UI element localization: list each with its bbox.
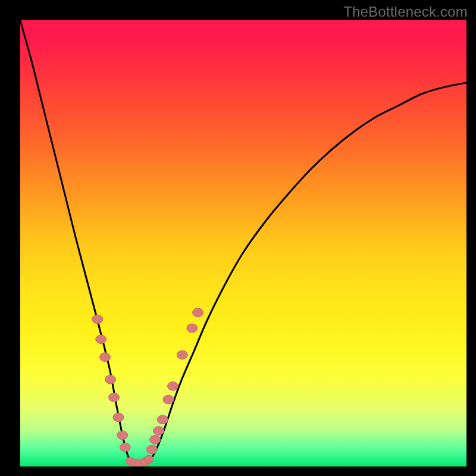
curve-marker-right	[163, 395, 174, 404]
curve-marker-right	[157, 415, 168, 424]
curve-marker-left	[105, 375, 116, 384]
watermark-text: TheBottleneck.com	[343, 4, 468, 20]
curve-marker-left	[117, 431, 128, 440]
chart-frame: TheBottleneck.com	[0, 0, 476, 476]
curve-marker-bottom	[144, 455, 154, 463]
curve-marker-left	[92, 315, 103, 324]
curve-marker-left	[113, 413, 124, 422]
curve-marker-right	[187, 324, 198, 333]
curve-marker-right	[193, 308, 203, 317]
curve-marker-left	[100, 353, 111, 362]
curve-marker-right	[168, 382, 178, 391]
curve-marker-left	[109, 393, 120, 402]
bottleneck-curve	[20, 20, 466, 466]
curve-marker-right	[154, 427, 164, 436]
bottleneck-curve-path	[20, 20, 466, 465]
curve-marker-right	[150, 436, 161, 444]
curve-marker-left	[96, 335, 107, 344]
plot-area	[20, 20, 466, 466]
curve-marker-left	[120, 443, 130, 452]
curve-marker-right	[177, 350, 187, 359]
curve-marker-right	[146, 445, 157, 454]
